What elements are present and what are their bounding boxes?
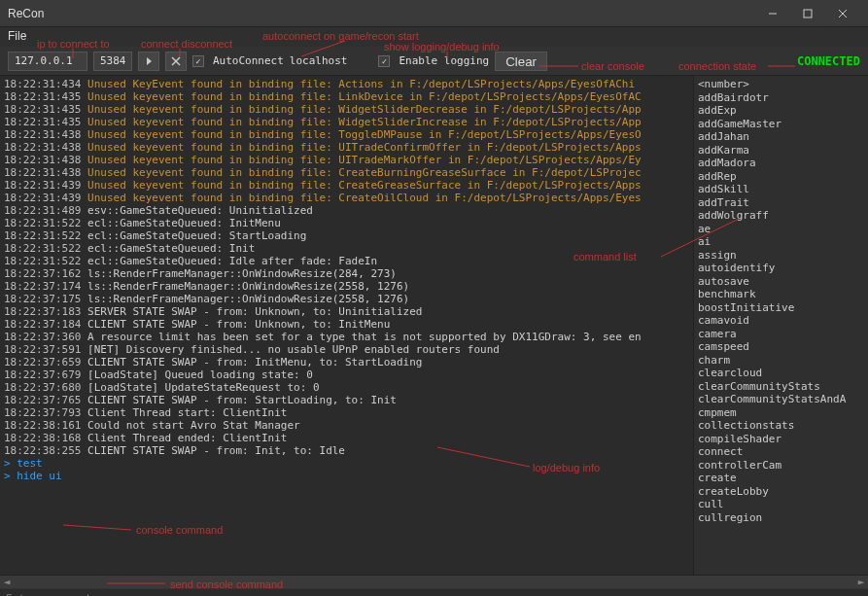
log-line: 18:22:37:184 CLIENT STATE SWAP - from: U…	[4, 318, 689, 331]
log-line: 18:22:37:183 SERVER STATE SWAP - from: U…	[4, 305, 689, 318]
toolbar: AutoConnect localhost Enable logging Cle…	[0, 47, 868, 76]
log-line: 18:22:37:175 ls::RenderFrameManager::OnW…	[4, 293, 689, 305]
scroll-right-icon[interactable]: ►	[854, 576, 868, 589]
main: 18:22:31:434 Unused KeyEvent found in bi…	[0, 76, 868, 575]
command-item[interactable]: camavoid	[698, 314, 864, 328]
ip-input[interactable]	[8, 52, 87, 71]
disconnect-button[interactable]	[165, 52, 187, 71]
command-item[interactable]: cullregion	[698, 511, 864, 525]
command-item[interactable]: camspeed	[698, 340, 864, 354]
port-input[interactable]	[93, 52, 132, 71]
log-line: 18:22:38:168 Client Thread ended: Client…	[4, 432, 689, 444]
command-list[interactable]: <number>addBairdotraddExpaddGameMasterad…	[693, 76, 868, 575]
menu-file[interactable]: File	[8, 29, 26, 43]
log-line: 18:22:37:659 CLIENT STATE SWAP - from: I…	[4, 356, 689, 368]
command-item[interactable]: <number>	[698, 78, 864, 91]
localhost-label: localhost	[290, 54, 348, 67]
log-line: 18:22:31:438 Unused keyevent found in bi…	[4, 128, 689, 141]
logging-checkbox[interactable]	[378, 55, 390, 67]
command-item[interactable]: clearcloud	[698, 367, 864, 380]
log-line: 18:22:31:438 Unused keyevent found in bi…	[4, 141, 689, 154]
command-item[interactable]: addExp	[698, 104, 864, 118]
log-line: 18:22:31:434 Unused KeyEvent found in bi…	[4, 78, 689, 90]
log-line: 18:22:37:793 Client Thread start: Client…	[4, 406, 689, 419]
log-line: 18:22:37:765 CLIENT STATE SWAP - from: S…	[4, 394, 689, 406]
minimize-button[interactable]	[755, 0, 790, 27]
command-item[interactable]: addTrait	[698, 196, 864, 210]
log-line: 18:22:31:522 ecl::GameStateQueued: Start…	[4, 229, 689, 242]
log-line: 18:22:37:591 [NET] Discovery finished...…	[4, 343, 689, 356]
command-item[interactable]: ai	[698, 235, 864, 249]
log-line: 18:22:31:435 Unused keyevent found in bi…	[4, 103, 689, 116]
command-item[interactable]: ae	[698, 223, 864, 236]
command-item[interactable]: autosave	[698, 275, 864, 289]
command-item[interactable]: addBairdotr	[698, 91, 864, 105]
log-line: 18:22:38:255 CLIENT STATE SWAP - from: I…	[4, 444, 689, 457]
command-item[interactable]: camera	[698, 328, 864, 341]
command-item[interactable]: collectionstats	[698, 419, 864, 433]
maximize-button[interactable]	[790, 0, 825, 27]
command-item[interactable]: benchmark	[698, 288, 864, 301]
command-input[interactable]	[0, 589, 868, 596]
command-item[interactable]: addJahan	[698, 130, 864, 144]
command-item[interactable]: controllerCam	[698, 459, 864, 473]
log-line: 18:22:31:522 ecl::GameStateQueued: InitM…	[4, 217, 689, 229]
command-item[interactable]: addWolgraff	[698, 209, 864, 223]
autoconnect-checkbox[interactable]	[192, 55, 204, 67]
log-line: 18:22:31:489 esv::GameStateQueued: Unini…	[4, 204, 689, 217]
log-line: 18:22:37:174 ls::RenderFrameManager::OnW…	[4, 280, 689, 293]
log-line: 18:22:37:680 [LoadState] UpdateStateRequ…	[4, 381, 689, 394]
connection-state: CONNECTED	[797, 54, 860, 68]
command-item[interactable]: charm	[698, 354, 864, 368]
window-title: ReCon	[8, 7, 755, 20]
log-line: 18:22:31:435 Unused keyevent found in bi…	[4, 90, 689, 103]
log-line: 18:22:37:360 A resource limit has been s…	[4, 331, 689, 343]
command-item[interactable]: connect	[698, 445, 864, 459]
horizontal-scrollbar[interactable]: ◄ ►	[0, 575, 868, 588]
connect-button[interactable]	[138, 52, 159, 71]
close-button[interactable]	[825, 0, 860, 27]
command-item[interactable]: cmpmem	[698, 406, 864, 420]
command-item[interactable]: clearCommunityStats	[698, 380, 864, 394]
command-item[interactable]: addRep	[698, 170, 864, 184]
log-line: 18:22:31:435 Unused keyevent found in bi…	[4, 116, 689, 128]
command-item[interactable]: create	[698, 472, 864, 485]
log-line: 18:22:37:679 [LoadState] Queued loading …	[4, 368, 689, 381]
command-item[interactable]: clearCommunityStatsAndA	[698, 393, 864, 406]
command-item[interactable]: createLobby	[698, 485, 864, 499]
command-input-bar	[0, 588, 868, 596]
log-line: > test	[4, 457, 689, 470]
log-line: > hide ui	[4, 470, 689, 482]
log-panel[interactable]: 18:22:31:434 Unused KeyEvent found in bi…	[0, 76, 693, 575]
command-item[interactable]: addGameMaster	[698, 118, 864, 131]
svg-rect-1	[804, 10, 812, 18]
clear-button[interactable]: Clear	[495, 52, 547, 71]
command-item[interactable]: addKarma	[698, 144, 864, 158]
log-line: 18:22:31:439 Unused keyevent found in bi…	[4, 192, 689, 204]
command-item[interactable]: assign	[698, 249, 864, 263]
menubar: File	[0, 27, 868, 47]
command-item[interactable]: cull	[698, 498, 864, 511]
log-line: 18:22:37:162 ls::RenderFrameManager::OnW…	[4, 267, 689, 280]
log-line: 18:22:31:438 Unused keyevent found in bi…	[4, 154, 689, 166]
scroll-left-icon[interactable]: ◄	[0, 576, 14, 589]
autoconnect-label: AutoConnect	[213, 54, 284, 67]
log-line: 18:22:38:161 Could not start Avro Stat M…	[4, 419, 689, 432]
command-item[interactable]: addMadora	[698, 157, 864, 170]
log-line: 18:22:31:522 ecl::GameStateQueued: Idle …	[4, 255, 689, 267]
log-line: 18:22:31:438 Unused keyevent found in bi…	[4, 166, 689, 179]
command-item[interactable]: compileShader	[698, 433, 864, 446]
command-item[interactable]: autoidentify	[698, 262, 864, 275]
command-item[interactable]: addSkill	[698, 183, 864, 196]
log-line: 18:22:31:439 Unused keyevent found in bi…	[4, 179, 689, 192]
log-line: 18:22:31:522 ecl::GameStateQueued: Init	[4, 242, 689, 255]
command-item[interactable]: boostInitiative	[698, 301, 864, 315]
logging-label: Enable logging	[399, 54, 489, 67]
titlebar: ReCon	[0, 0, 868, 27]
